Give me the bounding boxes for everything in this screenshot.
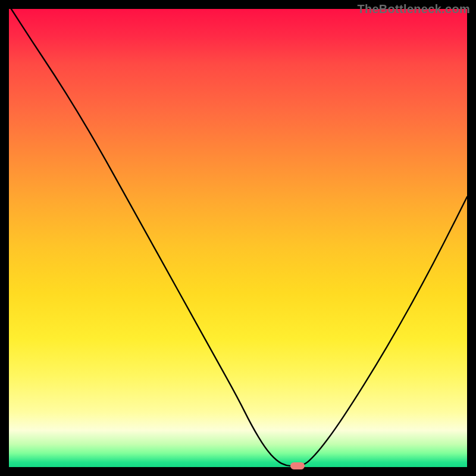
bottleneck-curve bbox=[9, 9, 467, 467]
chart-frame: TheBottleneck.com bbox=[0, 0, 476, 476]
notch-marker bbox=[290, 462, 305, 469]
watermark-text: TheBottleneck.com bbox=[357, 2, 470, 16]
chart-plot-area bbox=[9, 9, 467, 467]
